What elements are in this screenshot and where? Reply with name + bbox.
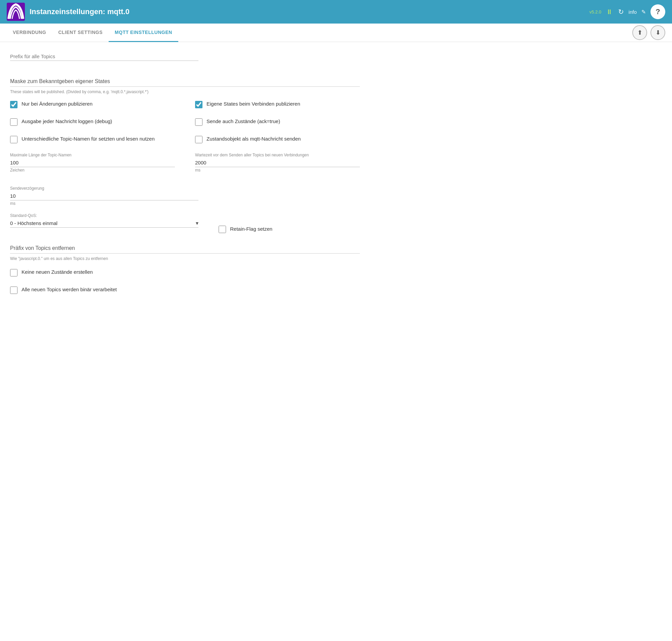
send-delay-unit: ms [10,201,360,206]
no-new-states-label: Keine neuen Zustände erstellen [22,268,93,275]
binary-topics-label: Alle neuen Topics werden binär verarbeit… [22,286,117,293]
wait-time-group: Wartezeit vor dem Senden aller Topics be… [195,153,360,173]
publish-on-change-label: Nur bei Änderungen publizieren [22,100,93,107]
fields-row-1: Maximale Länge der Topic-Namen Zeichen W… [10,153,360,180]
retain-flag-checkbox[interactable] [219,226,226,233]
qos-group: Standard-QoS: 0 - Höchstens einmal 1 - M… [10,213,198,228]
log-each-message-checkbox[interactable] [10,118,17,126]
publish-own-on-connect-label: Eigene States beim Verbinden publizieren [206,100,300,107]
send-delay-input[interactable] [10,192,198,201]
send-ack-checkbox[interactable] [195,118,203,126]
retain-flag-group: Retain-Flag setzen [219,213,360,235]
prefix-remove-hint: Wie "javascript.0." um es aus allen Topi… [10,256,360,261]
max-topic-length-unit: Zeichen [10,168,175,173]
pause-icon[interactable]: ⏸ [606,8,614,16]
max-topic-length-input[interactable] [10,159,175,167]
tab-actions: ⬆ ⬇ [632,25,665,40]
different-topics-checkbox[interactable] [10,136,17,143]
qos-select[interactable]: 0 - Höchstens einmal 1 - Mindestens einm… [10,219,196,227]
prefix-input[interactable] [10,52,198,61]
edit-icon[interactable]: ✎ [641,9,646,15]
prefix-remove-section: Präfix von Topics entfernen Wie "javascr… [10,245,360,294]
logo-icon [7,3,25,21]
refresh-icon[interactable]: ↻ [618,8,624,16]
publish-on-change-checkbox[interactable] [10,101,17,108]
log-each-message-label: Ausgabe jeder Nachricht loggen (debug) [22,118,112,125]
mask-section-hint: These states will be published. (Divided… [10,90,360,94]
checkbox-row-send-state-mqtt: Zustandsobjekt als mqtt-Nachricht senden [195,135,360,143]
checkbox-row-publish-on-change: Nur bei Änderungen publizieren [10,100,175,108]
header: Instanzeinstellungen: mqtt.0 v5.2.0 ⏸ ↻ … [0,0,672,24]
max-topic-length-label: Maximale Länge der Topic-Namen [10,153,175,158]
main-content: Maske zum Bekanntgeben eigener States Th… [0,42,370,313]
checkbox-row-binary-topics: Alle neuen Topics werden binär verarbeit… [10,286,360,294]
prefix-field-group [10,52,360,71]
version-badge: v5.2.0 [589,10,601,14]
checkbox-row-publish-own-on-connect: Eigene States beim Verbinden publizieren [195,100,360,108]
help-button[interactable]: ? [650,4,665,19]
page-title: Instanzeinstellungen: mqtt.0 [30,8,585,16]
different-topics-label: Unterschiedliche Topic-Namen für setzten… [22,135,155,142]
download-button[interactable]: ⬇ [650,25,665,40]
info-label: info [629,9,637,15]
tab-verbindung[interactable]: VERBINDUNG [7,24,52,42]
send-delay-group: Sendeverzögerung ms [10,186,360,206]
tab-mqtt-einstellungen[interactable]: MQTT EINSTELLUNGEN [109,24,178,42]
binary-topics-checkbox[interactable] [10,287,17,294]
tabs-bar: VERBINDUNG CLIENT SETTINGS MQTT EINSTELL… [0,24,672,42]
checkbox-row-send-ack: Sende auch Zustände (ack=true) [195,118,360,126]
wait-time-input[interactable] [195,159,360,167]
prefix-remove-title: Präfix von Topics entfernen [10,245,360,254]
wait-time-unit: ms [195,168,360,173]
checkboxes-grid: Nur bei Änderungen publizieren Eigene St… [10,100,360,153]
upload-button[interactable]: ⬆ [632,25,647,40]
checkbox-row-no-new-states: Keine neuen Zustände erstellen [10,268,360,276]
publish-own-on-connect-checkbox[interactable] [195,101,203,108]
checkbox-row-log-each-message: Ausgabe jeder Nachricht loggen (debug) [10,118,175,126]
qos-dropdown-wrapper: 0 - Höchstens einmal 1 - Mindestens einm… [10,219,198,228]
wait-time-label: Wartezeit vor dem Senden aller Topics be… [195,153,360,158]
no-new-states-checkbox[interactable] [10,269,17,276]
max-topic-length-group: Maximale Länge der Topic-Namen Zeichen [10,153,175,173]
chevron-down-icon: ▾ [196,220,198,226]
checkbox-row-different-topics: Unterschiedliche Topic-Namen für setzten… [10,135,175,143]
send-delay-label: Sendeverzögerung [10,186,360,191]
send-state-mqtt-label: Zustandsobjekt als mqtt-Nachricht senden [206,135,301,142]
mask-section-title: Maske zum Bekanntgeben eigener States [10,78,360,87]
tab-client-settings[interactable]: CLIENT SETTINGS [52,24,109,42]
send-state-mqtt-checkbox[interactable] [195,136,203,143]
qos-label: Standard-QoS: [10,213,198,218]
retain-flag-label: Retain-Flag setzen [230,225,272,232]
send-ack-label: Sende auch Zustände (ack=true) [206,118,280,125]
qos-retain-row: Standard-QoS: 0 - Höchstens einmal 1 - M… [10,213,360,235]
